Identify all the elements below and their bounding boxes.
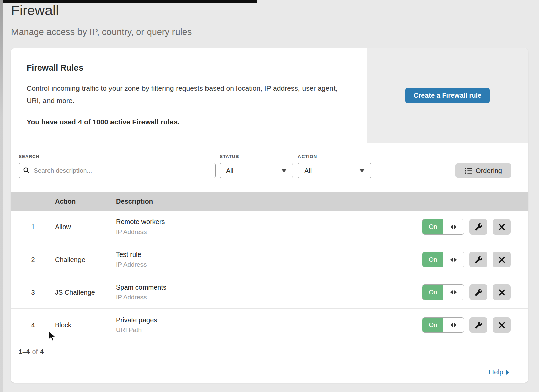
table-row: 1 Allow Remote workers IP Address On xyxy=(11,211,528,243)
search-box xyxy=(19,163,216,178)
arrow-right-icon xyxy=(454,323,457,327)
close-icon xyxy=(498,289,505,296)
rule-priority: 2 xyxy=(11,256,55,264)
rule-field: URI Path xyxy=(116,326,422,334)
chevron-down-icon xyxy=(281,169,287,172)
wrench-icon xyxy=(475,256,482,264)
card-description: Control incoming traffic to your zone by… xyxy=(27,82,347,107)
rule-enabled-toggle[interactable]: On xyxy=(422,317,464,333)
arrow-right-icon xyxy=(454,225,457,229)
table-row: 2 Challenge Test rule IP Address On xyxy=(11,243,528,276)
status-dropdown[interactable]: All xyxy=(220,163,293,178)
wrench-icon xyxy=(475,289,482,296)
ordering-button[interactable]: Ordering xyxy=(455,163,511,178)
rule-field: IP Address xyxy=(116,294,422,301)
table-header: Action Description xyxy=(11,192,528,211)
rule-description: Test rule xyxy=(116,251,422,259)
close-icon xyxy=(498,223,505,231)
toggle-on-label: On xyxy=(422,318,443,332)
table-row: 4 Block Private pages URI Path On xyxy=(11,309,528,341)
pagination-range: 1–4 xyxy=(19,348,30,356)
edit-rule-button[interactable] xyxy=(469,317,487,333)
delete-rule-button[interactable] xyxy=(493,284,511,300)
pagination-bar: 1–4 of 4 xyxy=(11,341,528,362)
arrow-right-icon xyxy=(454,290,457,294)
edit-rule-button[interactable] xyxy=(469,252,487,267)
chevron-down-icon xyxy=(359,169,365,172)
toggle-on-label: On xyxy=(422,252,443,267)
arrow-left-icon xyxy=(450,225,453,229)
arrow-left-icon xyxy=(450,290,453,294)
firewall-rules-card: Firewall Rules Control incoming traffic … xyxy=(11,48,528,383)
close-icon xyxy=(498,256,505,263)
ordering-button-label: Ordering xyxy=(476,167,502,175)
arrow-left-icon xyxy=(450,323,453,327)
action-dropdown-value: All xyxy=(304,167,312,175)
rule-enabled-toggle[interactable]: On xyxy=(422,284,464,300)
create-firewall-rule-button[interactable]: Create a Firewall rule xyxy=(405,88,490,103)
toggle-handle[interactable] xyxy=(443,318,464,332)
list-ordering-icon xyxy=(465,168,472,174)
action-label: ACTION xyxy=(298,154,317,159)
status-label: STATUS xyxy=(220,154,239,159)
delete-rule-button[interactable] xyxy=(493,219,511,235)
wrench-icon xyxy=(475,321,482,329)
pagination-of: of xyxy=(32,348,38,356)
rule-priority: 4 xyxy=(11,321,55,329)
close-icon xyxy=(498,322,505,329)
search-label: SEARCH xyxy=(19,154,39,159)
rule-enabled-toggle[interactable]: On xyxy=(422,219,464,235)
rule-action: Allow xyxy=(55,223,116,231)
toggle-handle[interactable] xyxy=(443,252,464,267)
arrow-right-icon xyxy=(454,258,457,262)
usage-note: You have used 4 of 1000 active Firewall … xyxy=(27,118,354,126)
rule-description: Private pages xyxy=(116,316,422,324)
page-subtitle: Manage access by IP, country, or query r… xyxy=(11,27,192,37)
toggle-handle[interactable] xyxy=(443,219,464,234)
rule-description: Remote workers xyxy=(116,218,422,226)
arrow-left-icon xyxy=(450,258,453,262)
action-dropdown[interactable]: All xyxy=(298,163,371,178)
page-title: Firewall xyxy=(11,3,59,19)
rule-field: IP Address xyxy=(116,228,422,236)
rule-action: JS Challenge xyxy=(55,289,116,296)
rule-action: Challenge xyxy=(55,256,116,264)
arrow-right-icon xyxy=(506,370,509,375)
rule-description: Spam comments xyxy=(116,283,422,291)
status-dropdown-value: All xyxy=(226,167,233,175)
screen-edge-artifact-left xyxy=(0,0,3,392)
rule-field: IP Address xyxy=(116,261,422,268)
help-bar: Help xyxy=(11,362,528,382)
intro-text-panel: Firewall Rules Control incoming traffic … xyxy=(11,48,367,143)
wrench-icon xyxy=(475,223,482,231)
delete-rule-button[interactable] xyxy=(493,317,511,333)
search-input[interactable] xyxy=(19,163,216,178)
action-column-header: Action xyxy=(55,198,116,205)
rule-action: Block xyxy=(55,321,116,329)
pagination-total: 4 xyxy=(40,348,44,356)
edit-rule-button[interactable] xyxy=(469,219,487,235)
rule-priority: 3 xyxy=(11,289,55,296)
rule-priority: 1 xyxy=(11,223,55,231)
toggle-handle[interactable] xyxy=(443,285,464,300)
description-column-header: Description xyxy=(116,198,528,205)
help-link[interactable]: Help xyxy=(489,368,509,376)
toggle-on-label: On xyxy=(422,285,443,300)
delete-rule-button[interactable] xyxy=(493,252,511,267)
help-link-label: Help xyxy=(489,368,503,376)
card-title: Firewall Rules xyxy=(27,63,354,73)
filters-bar: SEARCH STATUS All ACTION All xyxy=(11,143,528,192)
rule-enabled-toggle[interactable]: On xyxy=(422,252,464,267)
table-row: 3 JS Challenge Spam comments IP Address … xyxy=(11,276,528,309)
create-rule-panel: Create a Firewall rule xyxy=(367,48,528,143)
toggle-on-label: On xyxy=(422,219,443,234)
intro-section: Firewall Rules Control incoming traffic … xyxy=(11,48,528,143)
edit-rule-button[interactable] xyxy=(469,284,487,300)
